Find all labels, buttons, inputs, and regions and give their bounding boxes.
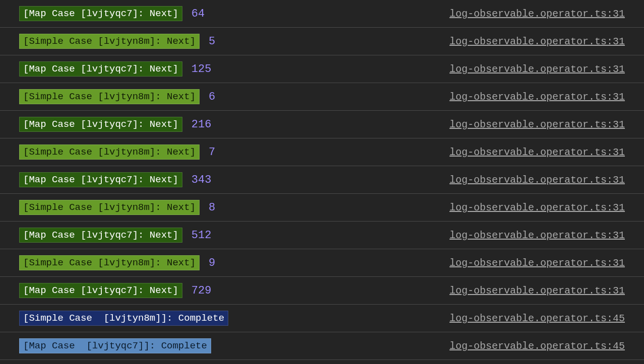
log-badge: [Simple Case [lvjtyn8m]: Next]: [19, 144, 200, 160]
console-row: [Map Case [lvjtyqc7]: Next]125log-observ…: [0, 55, 644, 83]
console-row: [Map Case [lvjtyqc7]: Next]343log-observ…: [0, 166, 644, 194]
console-row-left: [Simple Case [lvjtyn8m]: Next]8: [19, 200, 215, 215]
console-row: [Simple Case [lvjtyn8m]: Next]8log-obser…: [0, 194, 644, 222]
log-badge: [Map Case [lvjtyqc7]: Next]: [19, 172, 182, 187]
source-link[interactable]: log-observable.operator.ts:45: [449, 340, 625, 352]
source-link[interactable]: log-observable.operator.ts:31: [449, 63, 625, 75]
console-row-left: [Map Case [lvjtyqc7]: Next]512: [19, 228, 211, 243]
log-value: 8: [209, 201, 215, 214]
log-value: 216: [191, 118, 212, 131]
source-link[interactable]: log-observable.operator.ts:31: [449, 119, 625, 130]
console-row-left: [Map Case [lvjtyqc7]: Next]729: [19, 283, 211, 298]
source-link[interactable]: log-observable.operator.ts:31: [449, 147, 625, 158]
log-badge: [Map Case [lvjtyqc7]: Next]: [19, 283, 182, 298]
console-row: [Map Case [lvjtyqc7]: Next]216log-observ…: [0, 111, 644, 138]
source-link[interactable]: log-observable.operator.ts:31: [449, 36, 625, 47]
log-value: 729: [191, 284, 212, 297]
log-badge: [Simple Case [lvjtyn8m]: Next]: [19, 34, 200, 49]
console-row: [Simple Case [lvjtyn8m]: Next]9log-obser…: [0, 249, 644, 277]
source-link[interactable]: log-observable.operator.ts:31: [449, 285, 625, 297]
console-row-left: [Map Case [lvjtyqc7]: Next]125: [19, 61, 211, 77]
console-row: [Simple Case [lvjtyn8m]]: Completelog-ob…: [0, 305, 644, 332]
log-value: 512: [191, 229, 212, 242]
console-row-left: [Map Case [lvjtyqc7]]: Complete: [19, 338, 211, 353]
console-row: [Map Case [lvjtyqc7]]: Completelog-obser…: [0, 332, 644, 360]
log-badge: [Map Case [lvjtyqc7]: Next]: [19, 61, 182, 77]
source-link[interactable]: log-observable.operator.ts:31: [449, 202, 625, 213]
log-value: 5: [209, 35, 215, 48]
log-badge: [Simple Case [lvjtyn8m]: Next]: [19, 89, 200, 104]
console-row: [Map Case [lvjtyqc7]: Next]512log-observ…: [0, 222, 644, 249]
console-row: [Simple Case [lvjtyn8m]: Next]7log-obser…: [0, 138, 644, 166]
console-row: [Simple Case [lvjtyn8m]: Next]6log-obser…: [0, 83, 644, 111]
console-row-left: [Simple Case [lvjtyn8m]: Next]7: [19, 144, 215, 160]
console-row-left: [Simple Case [lvjtyn8m]]: Complete: [19, 311, 228, 326]
log-badge: [Map Case [lvjtyqc7]]: Complete: [19, 338, 211, 353]
source-link[interactable]: log-observable.operator.ts:45: [449, 313, 625, 324]
console-row-left: [Map Case [lvjtyqc7]: Next]343: [19, 172, 211, 187]
source-link[interactable]: log-observable.operator.ts:31: [449, 230, 625, 241]
console-row: [Map Case [lvjtyqc7]: Next]729log-observ…: [0, 277, 644, 305]
log-value: 9: [209, 257, 215, 269]
log-badge: [Map Case [lvjtyqc7]: Next]: [19, 6, 182, 21]
log-badge: [Map Case [lvjtyqc7]: Next]: [19, 228, 182, 243]
log-value: 6: [209, 91, 215, 103]
console-row: [Map Case [lvjtyqc7]: Next]64log-observa…: [0, 0, 644, 28]
console-row: [Simple Case [lvjtyn8m]: Next]5log-obser…: [0, 28, 644, 55]
source-link[interactable]: log-observable.operator.ts:31: [449, 174, 625, 186]
console-row-left: [Simple Case [lvjtyn8m]: Next]5: [19, 34, 215, 49]
source-link[interactable]: log-observable.operator.ts:31: [449, 257, 625, 269]
console-row-left: [Simple Case [lvjtyn8m]: Next]6: [19, 89, 215, 104]
console-output: [Map Case [lvjtyqc7]: Next]64log-observa…: [0, 0, 644, 360]
log-value: 343: [191, 174, 212, 186]
console-row-left: [Map Case [lvjtyqc7]: Next]64: [19, 6, 205, 21]
console-row-left: [Simple Case [lvjtyn8m]: Next]9: [19, 255, 215, 270]
log-badge: [Simple Case [lvjtyn8m]: Next]: [19, 200, 200, 215]
source-link[interactable]: log-observable.operator.ts:31: [449, 8, 625, 20]
log-badge: [Simple Case [lvjtyn8m]]: Complete: [19, 311, 228, 326]
console-row-left: [Map Case [lvjtyqc7]: Next]216: [19, 117, 211, 132]
log-value: 125: [191, 63, 212, 76]
log-value: 64: [191, 8, 205, 20]
log-badge: [Map Case [lvjtyqc7]: Next]: [19, 117, 182, 132]
source-link[interactable]: log-observable.operator.ts:31: [449, 91, 625, 103]
log-badge: [Simple Case [lvjtyn8m]: Next]: [19, 255, 200, 270]
log-value: 7: [209, 146, 215, 159]
